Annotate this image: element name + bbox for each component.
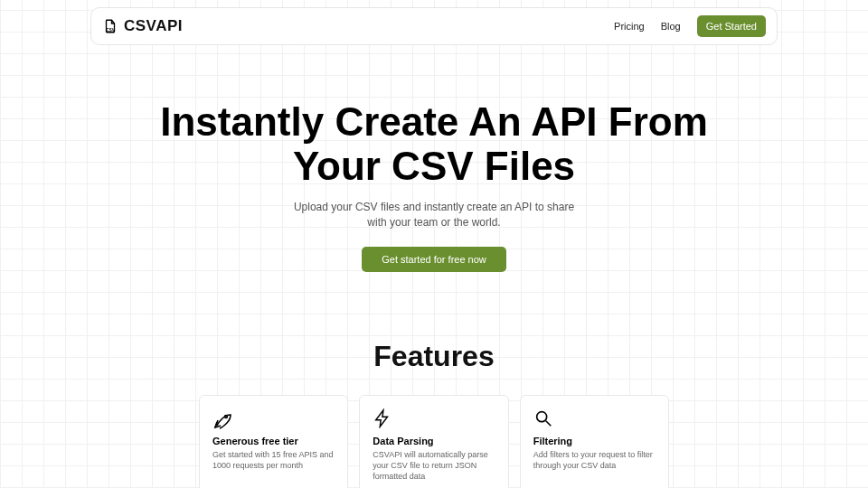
csv-file-icon: CSV bbox=[102, 18, 118, 34]
search-icon bbox=[533, 408, 555, 430]
hero-section: Instantly Create An API From Your CSV Fi… bbox=[0, 99, 868, 272]
svg-text:CSV: CSV bbox=[107, 28, 115, 33]
feature-card-title: Generous free tier bbox=[212, 436, 335, 446]
hero-subheadline: Upload your CSV files and instantly crea… bbox=[285, 200, 583, 231]
brand-block: CSV CSVAPI bbox=[102, 17, 183, 35]
feature-card-filtering: Filtering Add filters to your request to… bbox=[520, 395, 669, 488]
brand-name: CSVAPI bbox=[124, 17, 183, 35]
feature-card-desc: CSVAPI will automatically parse your CSV… bbox=[373, 450, 495, 482]
feature-cards: Generous free tier Get started with 15 f… bbox=[199, 395, 669, 488]
rocket-icon bbox=[212, 408, 234, 430]
top-nav: CSV CSVAPI Pricing Blog Get Started bbox=[90, 7, 778, 45]
nav-links: Pricing Blog Get Started bbox=[614, 15, 766, 37]
feature-card-desc: Get started with 15 free APIS and 1000 r… bbox=[212, 450, 335, 471]
feature-card-free-tier: Generous free tier Get started with 15 f… bbox=[199, 395, 348, 488]
nav-link-blog[interactable]: Blog bbox=[661, 21, 681, 32]
hero-headline: Instantly Create An API From Your CSV Fi… bbox=[154, 99, 714, 189]
feature-card-desc: Add filters to your request to filter th… bbox=[533, 450, 656, 471]
features-section: Features Generous free tier Get started … bbox=[0, 340, 868, 488]
feature-card-data-parsing: Data Parsing CSVAPI will automatically p… bbox=[359, 395, 508, 488]
hero-cta-button[interactable]: Get started for free now bbox=[362, 247, 506, 272]
bolt-icon bbox=[373, 408, 394, 430]
svg-line-3 bbox=[545, 421, 551, 427]
svg-point-2 bbox=[536, 412, 546, 422]
nav-link-pricing[interactable]: Pricing bbox=[614, 21, 645, 32]
nav-cta-button[interactable]: Get Started bbox=[697, 15, 766, 37]
feature-card-title: Data Parsing bbox=[373, 436, 495, 446]
features-title: Features bbox=[0, 340, 868, 373]
feature-card-title: Filtering bbox=[533, 436, 656, 446]
